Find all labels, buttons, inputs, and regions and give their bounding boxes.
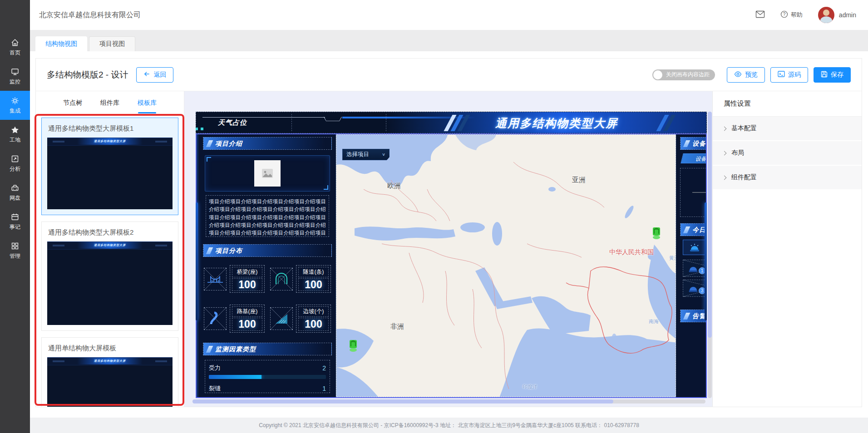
sidebar-item-label: 监控 bbox=[10, 78, 20, 86]
template-name: 通用多结构物类型大屏模板1 bbox=[48, 124, 173, 133]
intro-image-frame[interactable] bbox=[205, 155, 330, 192]
factor-label: 裂缝 bbox=[209, 384, 221, 393]
terminal-icon bbox=[778, 71, 785, 79]
dashboard-header-component[interactable]: 天气占位 通用多结构物类型大屏 bbox=[196, 112, 707, 133]
help-button[interactable]: ? 帮助 bbox=[780, 10, 803, 20]
stat-value: 100 bbox=[298, 318, 329, 330]
canvas-horizontal-scrollbar[interactable] bbox=[192, 399, 705, 403]
alarm-lamp-icon bbox=[683, 240, 706, 255]
sidebar-item-monitor[interactable]: 监控 bbox=[0, 62, 30, 91]
intro-text[interactable]: 项目介绍项目介绍项目介绍项目介绍项目介绍项目介绍项目介绍项目介绍项目介绍项目介绍… bbox=[206, 195, 329, 237]
dashboard-preview[interactable]: 天气占位 通用多结构物类型大屏 项目介绍 bbox=[196, 112, 707, 398]
stat-tunnel[interactable]: 隧道(条) 100 bbox=[270, 265, 331, 293]
analysis-icon bbox=[10, 154, 20, 163]
tab-component-lib[interactable]: 组件库 bbox=[99, 97, 120, 109]
designer-toolbar: 多结构物模版2 - 设计 返回 关闭画布内容边距 预览 bbox=[36, 59, 862, 91]
preview-button[interactable]: 预览 bbox=[727, 67, 765, 83]
panel-header-alarm-handle[interactable]: 告警处 bbox=[680, 310, 706, 322]
sidebar-item-home[interactable]: 首页 bbox=[0, 33, 30, 62]
device-total-tab[interactable]: 设备总 bbox=[681, 153, 706, 163]
source-button[interactable]: 源码 bbox=[770, 67, 808, 83]
alarm-type-1[interactable]: 1 bbox=[683, 260, 706, 277]
template-card-2[interactable]: 通用多结构物类型大屏模板2 通用多结构物类型大屏 bbox=[41, 221, 178, 331]
factor-value: 1 bbox=[322, 385, 326, 392]
project-select-dropdown[interactable]: 选择项目 ∨ bbox=[342, 149, 390, 160]
image-placeholder-icon bbox=[254, 160, 281, 187]
back-icon bbox=[143, 71, 150, 79]
preview-label: 预览 bbox=[745, 71, 758, 79]
user-menu[interactable]: admin bbox=[818, 7, 856, 23]
panel-header-factors[interactable]: 监测因素类型 bbox=[203, 343, 332, 355]
screen-frame-right bbox=[705, 202, 707, 320]
save-button[interactable]: 保存 bbox=[814, 67, 851, 83]
panel-header-today-alarm[interactable]: 今日告 bbox=[680, 223, 706, 236]
panel-tabs: 节点树 组件库 模板库 bbox=[36, 91, 184, 115]
sidebar-item-management[interactable]: 管理 bbox=[0, 236, 30, 265]
template-thumbnail: 通用多结构物类型大屏 bbox=[47, 241, 173, 325]
calendar-icon bbox=[10, 212, 20, 221]
template-thumbnail: 通用多结构物类型大屏 bbox=[47, 138, 173, 209]
stat-label: 路基(座) bbox=[232, 306, 262, 317]
panel-header-distribution[interactable]: 项目分布 bbox=[203, 244, 332, 257]
mail-icon[interactable] bbox=[755, 10, 765, 20]
template-card-1[interactable]: 通用多结构物类型大屏模板1 通用多结构物类型大屏 bbox=[41, 118, 178, 215]
weather-placeholder[interactable]: 天气占位 bbox=[218, 112, 247, 133]
properties-panel: 属性设置 基本配置 布局 组件配置 bbox=[712, 91, 862, 407]
topbar: 北京安信卓越信息科技有限公司 ? 帮助 admin bbox=[30, 0, 868, 30]
chevron-right-icon bbox=[722, 175, 727, 180]
tab-template-lib[interactable]: 模板库 bbox=[137, 97, 158, 109]
sidebar-item-journal[interactable]: 事记 bbox=[0, 207, 30, 236]
panel-header-devices-online[interactable]: 设备在 bbox=[680, 137, 706, 150]
bridge-marker-icon[interactable] bbox=[651, 226, 661, 240]
view-tabstrip: 结构物视图 项目视图 bbox=[30, 30, 868, 51]
sidebar-item-label: 集成 bbox=[10, 107, 20, 115]
tab-node-tree[interactable]: 节点树 bbox=[62, 97, 83, 109]
page-title: 多结构物模版2 - 设计 bbox=[47, 69, 128, 81]
sidebar-item-label: 工地 bbox=[10, 136, 20, 144]
canvas-padding-toggle[interactable]: 关闭画布内容边距 bbox=[652, 69, 715, 80]
stat-roadbed[interactable]: 路基(座) 100 bbox=[204, 305, 265, 332]
template-name: 通用单结构物大屏模板 bbox=[48, 344, 173, 353]
section-layout[interactable]: 布局 bbox=[713, 141, 862, 166]
sidebar-item-label: 网盘 bbox=[10, 194, 20, 202]
avatar bbox=[818, 7, 834, 23]
section-label: 组件配置 bbox=[731, 173, 757, 182]
dashboard-title: 通用多结构物类型大屏 bbox=[461, 112, 652, 134]
stat-label: 桥梁(座) bbox=[232, 267, 262, 277]
template-list: 通用多结构物类型大屏模板1 通用多结构物类型大屏 通用多结构物类型大屏模板2 bbox=[36, 115, 184, 407]
sidebar-item-netdisk[interactable]: 网盘 bbox=[0, 178, 30, 207]
section-basic-config[interactable]: 基本配置 bbox=[713, 117, 862, 141]
workarea: 多结构物模版2 - 设计 返回 关闭画布内容边距 预览 bbox=[30, 51, 868, 418]
map-label-europe: 欧洲 bbox=[387, 182, 401, 190]
tab-structure-view[interactable]: 结构物视图 bbox=[35, 36, 87, 51]
section-component-config[interactable]: 组件配置 bbox=[713, 166, 862, 190]
star-icon bbox=[10, 125, 20, 134]
panel-header-intro[interactable]: 项目介绍 bbox=[203, 137, 332, 150]
alarm-type-2[interactable]: 3 bbox=[683, 280, 706, 297]
footer: Copyright © 2021 北京安信卓越信息科技有限公司 - 京ICP备1… bbox=[30, 418, 868, 433]
template-card-3[interactable]: 通用单结构物大屏模板 通用多结构物类型大屏 bbox=[41, 337, 178, 407]
help-icon: ? bbox=[780, 10, 788, 20]
map-component[interactable]: 选择项目 ∨ 欧洲 亚洲 非洲 中华人民共和国 南海 印度洋 黄海 bbox=[336, 134, 676, 397]
factors-list[interactable]: 受力 2 裂缝 1 bbox=[205, 360, 330, 393]
canvas-vertical-scrollbar[interactable] bbox=[708, 112, 712, 398]
resize-handle[interactable] bbox=[201, 128, 203, 130]
template-thumbnail: 通用多结构物类型大屏 bbox=[47, 357, 173, 407]
sidebar-item-worksite[interactable]: 工地 bbox=[0, 120, 30, 149]
bridge-marker-icon[interactable] bbox=[348, 339, 358, 353]
sidebar-item-integration[interactable]: 集成 bbox=[0, 91, 30, 120]
device-chart-placeholder[interactable] bbox=[680, 168, 706, 217]
sidebar-item-label: 管理 bbox=[10, 252, 20, 260]
toggle-label: 关闭画布内容边距 bbox=[666, 71, 710, 79]
tab-project-view[interactable]: 项目视图 bbox=[89, 36, 135, 51]
home-icon bbox=[10, 38, 20, 47]
stat-slope[interactable]: 边坡(个) 100 bbox=[270, 305, 331, 332]
select-placeholder: 选择项目 bbox=[346, 151, 369, 158]
stat-bridge[interactable]: 桥梁(座) 100 bbox=[204, 265, 265, 293]
design-canvas[interactable]: 天气占位 通用多结构物类型大屏 项目介绍 bbox=[184, 91, 712, 407]
resize-handle[interactable] bbox=[196, 128, 198, 130]
dashboard-body-selection[interactable]: 项目介绍 项目介绍项目介绍项目介绍项目介绍项目介绍项目介绍项目介绍项目介绍项目介… bbox=[196, 133, 707, 398]
back-button[interactable]: 返回 bbox=[136, 67, 173, 83]
factor-value: 2 bbox=[322, 364, 326, 372]
sidebar-item-analysis[interactable]: 分析 bbox=[0, 149, 30, 178]
